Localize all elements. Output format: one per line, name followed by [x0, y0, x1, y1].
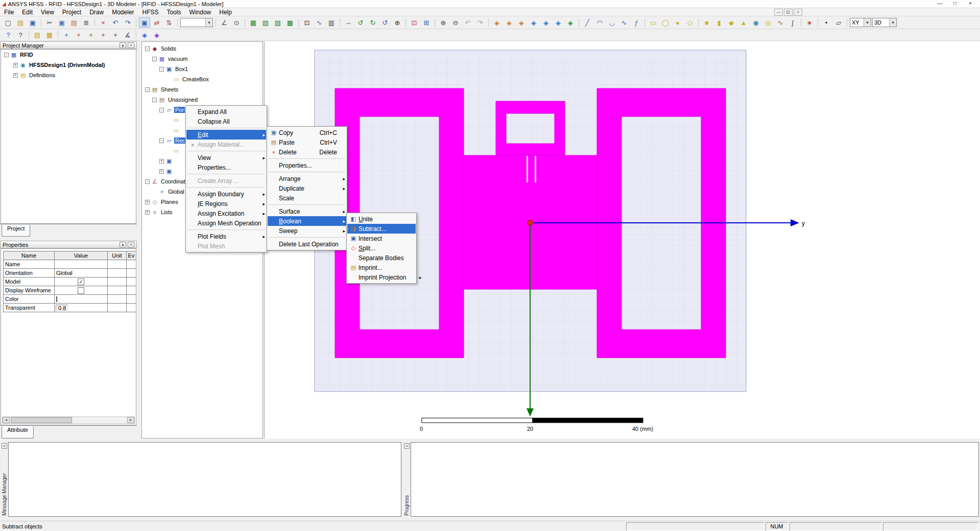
draw-sphere-icon[interactable]: ◉: [750, 17, 761, 28]
menubar-item[interactable]: File: [0, 8, 18, 16]
collapse-panel-button[interactable]: ▴: [119, 42, 126, 48]
draw-equation-curve-icon[interactable]: ƒ: [631, 17, 642, 28]
menu-item[interactable]: Imprint Projection ▸: [347, 272, 416, 282]
toolbar-separator[interactable]: [93, 17, 97, 28]
menubar-item[interactable]: View: [37, 8, 58, 16]
tab-project[interactable]: Project: [2, 225, 30, 237]
menu-item[interactable]: Plot Fields ▸: [186, 232, 266, 241]
toolbar-separator[interactable]: [297, 17, 300, 28]
menubar-item[interactable]: Tools: [163, 8, 185, 16]
menubar-item[interactable]: Modeler: [108, 8, 138, 16]
expand-toggle[interactable]: +: [145, 200, 150, 204]
scroll-left-button[interactable]: ◂: [3, 417, 10, 423]
menu-item[interactable]: ▤ Imprint...: [347, 263, 416, 272]
toolbar-separator[interactable]: [338, 17, 342, 28]
property-value[interactable]: [55, 260, 108, 269]
menubar-item[interactable]: Edit: [18, 8, 37, 16]
view-left-icon[interactable]: ◈: [516, 17, 527, 28]
draw-cone-icon[interactable]: ▲: [738, 17, 749, 28]
copy-icon[interactable]: ▣: [56, 17, 67, 28]
menu-separator[interactable]: [187, 187, 265, 188]
minimize-button[interactable]: —: [932, 0, 947, 8]
toolbar-separator[interactable]: [27, 30, 31, 40]
reference-plane-icon[interactable]: ▤: [32, 30, 43, 40]
toolbar-separator[interactable]: [487, 17, 490, 28]
menu-item[interactable]: Duplicate ▸: [268, 183, 346, 193]
show-mesh-icon[interactable]: ▨: [272, 17, 283, 28]
tree-item[interactable]: - ◆ Solids: [142, 43, 262, 54]
zoom-out-icon[interactable]: ⊖: [450, 17, 461, 28]
message-manager-content[interactable]: [8, 442, 401, 517]
cut-icon[interactable]: ✂: [44, 17, 55, 28]
draw-bondwire-icon[interactable]: ∿: [775, 17, 786, 28]
measure-position-icon[interactable]: ∿: [314, 17, 325, 28]
toolbar-separator[interactable]: [799, 17, 803, 28]
draw-helix-icon[interactable]: ʃ: [787, 17, 798, 28]
property-value[interactable]: [55, 286, 108, 295]
expand-toggle[interactable]: -: [159, 138, 164, 143]
mdi-restore-button[interactable]: ◱: [784, 9, 793, 16]
close-panel-button[interactable]: ×: [404, 443, 410, 449]
rotate-in-plane-icon[interactable]: ↺: [379, 17, 391, 28]
draw-point-icon[interactable]: •: [821, 17, 832, 28]
property-value[interactable]: Global: [55, 269, 108, 278]
menu-item[interactable]: ▣ Copy Ctrl+C: [268, 128, 346, 137]
scroll-right-button[interactable]: ▸: [127, 417, 134, 423]
expand-toggle[interactable]: -: [159, 108, 164, 112]
toolbar-separator[interactable]: [433, 17, 437, 28]
expand-toggle[interactable]: +: [13, 63, 18, 67]
menu-item[interactable]: Create Array ...: [186, 176, 266, 186]
create-object-cs-icon[interactable]: +: [85, 30, 97, 40]
toolbar-separator[interactable]: [404, 17, 408, 28]
rotate-model-center-icon[interactable]: ↺: [355, 17, 366, 28]
close-panel-button[interactable]: ×: [128, 42, 134, 48]
menu-item[interactable]: ▣ Intersect: [347, 234, 416, 243]
rotate-current-axis-icon[interactable]: ↻: [367, 17, 378, 28]
previous-view-icon[interactable]: ↶: [462, 17, 473, 28]
expand-toggle[interactable]: -: [145, 87, 150, 92]
expand-toggle[interactable]: -: [152, 98, 157, 102]
menu-item[interactable]: Delete Last Operation: [268, 239, 346, 249]
close-button[interactable]: ×: [963, 0, 978, 8]
pan-icon[interactable]: ⇔: [343, 17, 354, 28]
tree-item[interactable]: - ▤ Sheets: [142, 84, 262, 95]
subtract-menu-item[interactable]: ◨ Subtract...: [347, 224, 416, 234]
open-file-icon[interactable]: ▤: [15, 17, 26, 28]
menubar-item[interactable]: Project: [58, 8, 85, 16]
edit-cs-icon[interactable]: ∡: [122, 30, 133, 40]
draw-arc-center-icon[interactable]: ◠: [594, 17, 605, 28]
sweep-icon[interactable]: ∗: [804, 17, 815, 28]
fit-selection-icon[interactable]: ⊞: [421, 17, 432, 28]
rotate-mode-icon[interactable]: ⇅: [163, 17, 175, 28]
expand-toggle[interactable]: +: [159, 159, 164, 164]
tree-item[interactable]: ▭ CreateBox: [142, 74, 262, 84]
tree-item[interactable]: - ▦ RFID: [1, 50, 136, 60]
zoom-in-icon[interactable]: ⊕: [438, 17, 449, 28]
measure-icon[interactable]: ∠: [219, 17, 230, 28]
menu-item[interactable]: Expand All: [186, 107, 266, 117]
expand-toggle[interactable]: -: [4, 53, 9, 57]
move-mode-icon[interactable]: ⇄: [151, 17, 162, 28]
tree-item[interactable]: - ▣ Box1: [142, 64, 262, 74]
menu-separator[interactable]: [187, 151, 265, 151]
tree-item[interactable]: - ▦ vacuum: [142, 54, 262, 64]
paste-icon[interactable]: ▤: [68, 17, 80, 28]
copy-screen-icon[interactable]: ▥: [326, 17, 337, 28]
menu-item[interactable]: Separate Bodies: [347, 253, 416, 263]
zoom-window-icon[interactable]: ⊡: [301, 17, 313, 28]
edit-menu-item[interactable]: Edit ▸: [186, 130, 266, 140]
menu-separator[interactable]: [269, 172, 345, 172]
dynamic-zoom-icon[interactable]: ⊕: [392, 17, 403, 28]
expand-toggle[interactable]: -: [145, 47, 150, 51]
expand-toggle[interactable]: +: [145, 210, 150, 215]
tab-attribute[interactable]: Attribute: [2, 426, 34, 438]
drawing-mode-combobox[interactable]: 3D: [872, 18, 897, 27]
horizontal-scrollbar[interactable]: ◂ ▸: [2, 417, 135, 424]
toolbar-separator[interactable]: [643, 17, 647, 28]
view-right-icon[interactable]: ◈: [528, 17, 539, 28]
menu-item[interactable]: View ▸: [186, 153, 266, 163]
move-cs-origin-icon[interactable]: +: [110, 30, 121, 40]
toolbar-separator[interactable]: [134, 17, 138, 28]
menu-item[interactable]: × Delete Delete: [268, 147, 346, 157]
menubar-item[interactable]: HFSS: [138, 8, 163, 16]
